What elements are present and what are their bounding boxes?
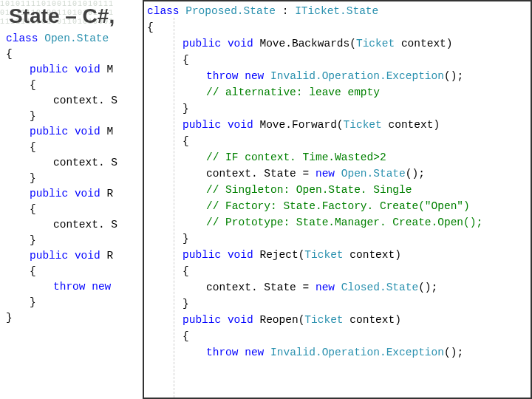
code-token (180, 5, 186, 17)
code-token: // alternative: leave empty (147, 86, 380, 98)
code-token: public (147, 38, 221, 50)
code-line: } (6, 171, 143, 186)
code-token (239, 347, 245, 358)
code-token: public (147, 314, 221, 326)
code-line: context. S (6, 155, 143, 171)
code-line: } (147, 231, 528, 247)
code-token: new (316, 282, 335, 293)
code-line: } (147, 296, 528, 312)
code-line: // alternative: leave empty (147, 84, 528, 100)
right-code-pane: class Proposed.State : ITicket.State{pub… (143, 0, 532, 399)
code-token: } (147, 233, 189, 245)
code-line: public void Move.Forward(Ticket context) (147, 117, 528, 133)
code-token: Closed.State (341, 282, 418, 293)
code-token: public (6, 188, 68, 200)
code-token: public (6, 126, 68, 137)
code-token: (); (406, 168, 425, 180)
code-token: new (92, 281, 111, 293)
code-token: new (316, 168, 335, 180)
code-line: // IF context. Time.Wasted>2 (147, 149, 528, 166)
code-token: void (75, 188, 100, 200)
code-token: context. State = (147, 282, 316, 293)
code-token: context) (395, 38, 452, 50)
code-token: } (6, 172, 36, 184)
code-token: : (276, 5, 295, 17)
code-token: { (147, 330, 189, 342)
code-token: context) (344, 249, 401, 261)
code-line: } (6, 295, 143, 310)
code-line: // Factory: State.Factory. Create("Open"… (147, 198, 528, 214)
code-token (68, 126, 75, 137)
code-line: } (6, 310, 143, 326)
code-token (68, 64, 75, 75)
code-token (68, 250, 75, 262)
code-token: } (6, 110, 36, 122)
code-token: } (147, 298, 189, 310)
code-token: } (6, 312, 13, 324)
code-token: R (100, 250, 113, 262)
code-line: public void Reject(Ticket context) (147, 247, 528, 263)
code-token: { (6, 203, 36, 215)
code-token: } (6, 296, 36, 308)
code-token: // Prototype: State.Manager. Create.Open… (147, 216, 482, 228)
code-line: public void Reopen(Ticket context) (147, 312, 528, 328)
code-token: // Singleton: Open.State. Single (147, 184, 412, 196)
code-token: context. S (6, 157, 117, 168)
code-line: public void R (6, 186, 143, 202)
code-token (221, 38, 228, 50)
code-token: Ticket (356, 38, 395, 50)
code-line: { (147, 263, 528, 279)
code-token: { (147, 21, 154, 33)
code-token: context. S (6, 219, 117, 231)
code-token: { (6, 79, 36, 91)
code-line: public void M (6, 124, 143, 140)
code-line: class Proposed.State : ITicket.State (147, 3, 528, 19)
slide-title: State – C#, (9, 4, 115, 28)
code-token: class (6, 33, 38, 44)
code-token: } (6, 234, 36, 246)
code-token: new (245, 347, 264, 358)
code-token: void (228, 38, 253, 50)
code-line: context. S (6, 217, 143, 233)
code-token: Invalid.Operation.Exception (270, 70, 444, 82)
code-token (86, 281, 92, 293)
code-token: context. State = (147, 168, 316, 180)
code-line: context. S (6, 93, 143, 109)
code-token: R (100, 188, 113, 200)
code-token (335, 168, 341, 180)
code-token: } (147, 103, 189, 115)
code-token: throw (147, 70, 239, 82)
code-token: public (6, 250, 68, 262)
code-token: Open.State (341, 168, 406, 180)
code-token (38, 33, 45, 44)
code-token: { (6, 141, 36, 153)
code-token: public (147, 119, 221, 131)
code-line: throw new Invalid.Operation.Exception(); (147, 68, 528, 84)
code-token: // Factory: State.Factory. Create("Open"… (147, 200, 470, 212)
code-token (221, 119, 228, 131)
code-token: void (228, 249, 253, 261)
code-line: { (6, 47, 143, 62)
code-token: (); (444, 347, 463, 358)
code-token: { (6, 265, 36, 277)
code-token: M (100, 126, 113, 137)
code-token: { (6, 48, 13, 60)
code-token: context. S (6, 95, 117, 106)
code-token: (); (418, 282, 437, 293)
code-token: throw (147, 347, 239, 358)
code-token: Move.Forward( (253, 119, 344, 131)
code-token: context) (344, 314, 401, 326)
code-line: class Open.State (6, 31, 143, 47)
code-line: } (6, 233, 143, 248)
code-token: { (147, 54, 189, 66)
code-token: Reopen( (253, 314, 305, 326)
code-token (221, 249, 228, 261)
code-token: Open.State (44, 33, 109, 44)
code-token (221, 314, 228, 326)
code-token: Ticket (344, 119, 382, 131)
code-line: // Prototype: State.Manager. Create.Open… (147, 214, 528, 231)
code-token (68, 188, 75, 200)
code-line: { (6, 202, 143, 217)
left-code-pane: class Open.State{public void M{context. … (6, 31, 143, 397)
code-token: void (75, 126, 100, 137)
